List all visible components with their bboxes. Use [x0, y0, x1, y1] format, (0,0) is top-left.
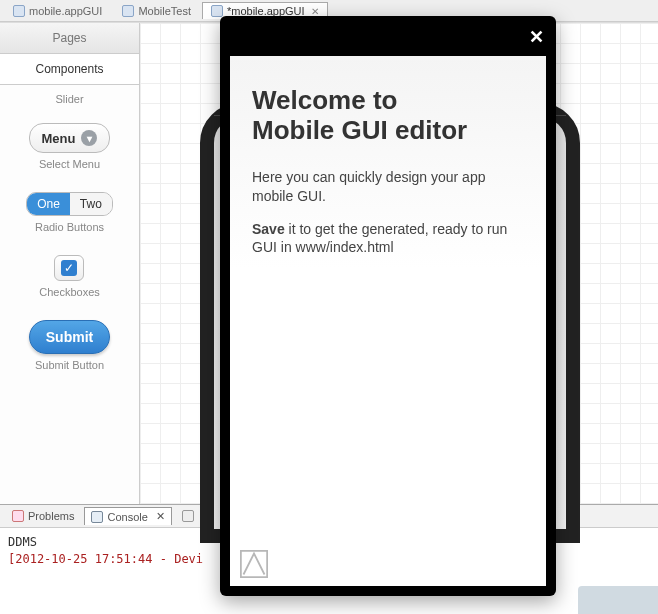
tab-label: MobileTest: [138, 5, 191, 17]
radio-buttons-label: Radio Buttons: [35, 221, 104, 233]
problems-icon: [12, 510, 24, 522]
component-submit-button[interactable]: Submit Submit Button: [29, 320, 110, 383]
tab-servers[interactable]: [176, 508, 200, 524]
modal-body: Welcome to Mobile GUI editor Here you ca…: [230, 56, 546, 586]
file-icon: [122, 5, 134, 17]
watermark: [578, 586, 658, 614]
component-radio-buttons[interactable]: One Two Radio Buttons: [26, 192, 113, 245]
component-checkboxes[interactable]: ✓ Checkboxes: [39, 255, 100, 310]
checkbox-demo[interactable]: ✓: [54, 255, 84, 281]
radio-option-one[interactable]: One: [27, 193, 70, 215]
sidebar-tab-pages[interactable]: Pages: [0, 23, 139, 54]
checkmark-icon: ✓: [61, 260, 77, 276]
sidebar: Pages Components Slider Menu ▾ Select Me…: [0, 23, 140, 504]
tab-mobile-appgui[interactable]: mobile.appGUI: [4, 2, 111, 20]
file-icon: [13, 5, 25, 17]
tab-problems[interactable]: Problems: [6, 508, 80, 524]
menu-button[interactable]: Menu ▾: [29, 123, 111, 153]
modal-title: Welcome to Mobile GUI editor: [252, 86, 524, 146]
problems-label: Problems: [28, 510, 74, 522]
modal-paragraph-1: Here you can quickly design your app mob…: [252, 168, 524, 206]
checkboxes-label: Checkboxes: [39, 286, 100, 298]
submit-button-label: Submit Button: [35, 359, 104, 371]
console-icon: [91, 511, 103, 523]
components-list: Slider Menu ▾ Select Menu One Two Radio …: [0, 85, 139, 395]
menu-button-label: Menu: [42, 131, 76, 146]
modal-title-line1: Welcome to: [252, 85, 397, 115]
save-word: Save: [252, 221, 285, 237]
radio-group[interactable]: One Two: [26, 192, 113, 216]
modal-title-line2: Mobile GUI editor: [252, 115, 467, 145]
chevron-down-icon: ▾: [81, 130, 97, 146]
close-icon[interactable]: ✕: [309, 6, 319, 17]
file-icon: [211, 5, 223, 17]
console-label: Console: [107, 511, 147, 523]
slider-label: Slider: [55, 93, 83, 105]
close-icon[interactable]: ✕: [529, 26, 544, 48]
close-icon[interactable]: ✕: [156, 510, 165, 523]
servers-icon: [182, 510, 194, 522]
brand-logo-icon: [240, 550, 268, 578]
modal-paragraph-2: Save it to get the generated, ready to r…: [252, 220, 524, 258]
welcome-modal: ✕ Welcome to Mobile GUI editor Here you …: [220, 16, 556, 596]
tab-mobiletest[interactable]: MobileTest: [113, 2, 200, 20]
tab-console[interactable]: Console ✕: [84, 507, 171, 525]
modal-paragraph-2-rest: it to get the generated, ready to run GU…: [252, 221, 507, 256]
sidebar-tab-components[interactable]: Components: [0, 54, 139, 85]
submit-button[interactable]: Submit: [29, 320, 110, 354]
modal-content: Welcome to Mobile GUI editor Here you ca…: [230, 56, 546, 301]
component-select-menu[interactable]: Menu ▾ Select Menu: [29, 123, 111, 182]
tab-label: mobile.appGUI: [29, 5, 102, 17]
select-menu-label: Select Menu: [39, 158, 100, 170]
radio-option-two[interactable]: Two: [70, 193, 112, 215]
